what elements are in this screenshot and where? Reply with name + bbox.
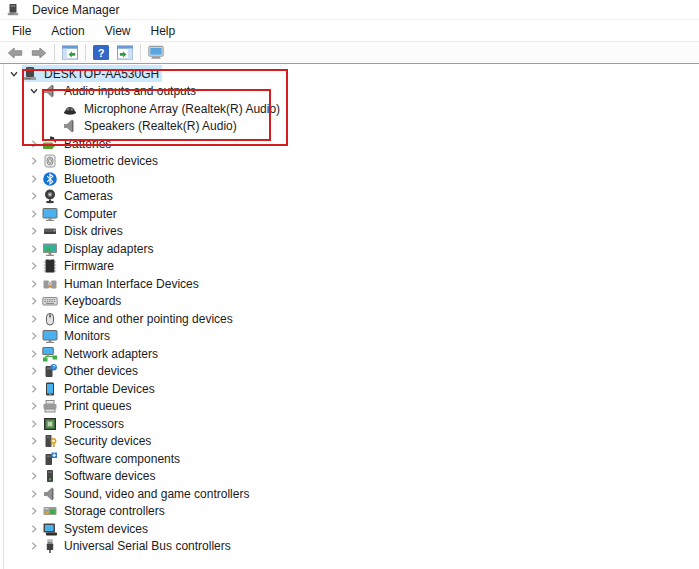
tree-item-body: Audio inputs and outputs (42, 83, 199, 100)
chevron-right-icon[interactable] (26, 363, 42, 379)
tree-item-body: Software components (42, 450, 183, 467)
tree-item-speakers-realtek-r-audio[interactable]: Speakers (Realtek(R) Audio) (0, 118, 699, 136)
tree-item-other-devices[interactable]: ?Other devices (0, 363, 699, 381)
forward-button[interactable] (27, 43, 51, 62)
menu-item-file[interactable]: File (2, 21, 41, 41)
tree-item-display-adapters[interactable]: Display adapters (0, 240, 699, 258)
chevron-right-icon[interactable] (26, 311, 42, 327)
remote-computer-icon (148, 45, 164, 61)
tree-item-security-devices[interactable]: Security devices (0, 433, 699, 451)
tree-item-body: Software devices (42, 468, 158, 485)
computer-button[interactable] (144, 43, 168, 62)
tree-item-label: Human Interface Devices (63, 277, 199, 291)
tree-item-disk-drives[interactable]: Disk drives (0, 223, 699, 241)
tree-item-desktop-aa530gh[interactable]: DESKTOP-AA530GH (0, 65, 699, 83)
processor-icon (42, 416, 58, 432)
device-tree: DESKTOP-AA530GHAudio inputs and outputsM… (0, 65, 699, 555)
chevron-right-icon[interactable] (26, 451, 42, 467)
chevron-right-icon[interactable] (26, 206, 42, 222)
chevron-right-icon[interactable] (26, 468, 42, 484)
tree-item-label: Batteries (63, 137, 111, 151)
chevron-right-icon[interactable] (26, 223, 42, 239)
speaker-icon (42, 83, 58, 99)
chevron-right-icon[interactable] (26, 346, 42, 362)
tree-item-batteries[interactable]: Batteries (0, 135, 699, 153)
chevron-right-icon[interactable] (26, 328, 42, 344)
tree-item-label: Cameras (63, 189, 113, 203)
chevron-right-icon[interactable] (26, 188, 42, 204)
software-device-icon (42, 468, 58, 484)
monitor-icon (42, 328, 58, 344)
tree-item-human-interface-devices[interactable]: Human Interface Devices (0, 275, 699, 293)
chevron-right-icon[interactable] (26, 153, 42, 169)
tree-item-audio-inputs-and-outputs[interactable]: Audio inputs and outputs (0, 83, 699, 101)
tree-item-storage-controllers[interactable]: Storage controllers (0, 503, 699, 521)
tree-item-label: DESKTOP-AA530GH (43, 67, 159, 81)
chevron-down-icon[interactable] (26, 83, 42, 99)
chevron-right-icon[interactable] (26, 276, 42, 292)
action-pane-icon (117, 45, 133, 61)
menu-item-help[interactable]: Help (141, 21, 186, 41)
expander-spacer (46, 118, 62, 134)
show-action-pane-button[interactable] (113, 43, 137, 62)
tree-item-body: Display adapters (42, 240, 156, 257)
tree-item-universal-serial-bus-controllers[interactable]: Universal Serial Bus controllers (0, 538, 699, 556)
tree-item-label: Network adapters (63, 347, 158, 361)
chevron-right-icon[interactable] (26, 433, 42, 449)
device-manager-icon (5, 2, 21, 18)
chevron-right-icon[interactable] (26, 171, 42, 187)
mouse-icon (42, 311, 58, 327)
tree-item-processors[interactable]: Processors (0, 415, 699, 433)
tree-item-cameras[interactable]: Cameras (0, 188, 699, 206)
tree-item-keyboards[interactable]: Keyboards (0, 293, 699, 311)
chevron-right-icon[interactable] (26, 293, 42, 309)
chevron-right-icon[interactable] (26, 538, 42, 554)
arrow-right-icon (31, 45, 47, 61)
content-area: DESKTOP-AA530GHAudio inputs and outputsM… (0, 64, 699, 569)
chevron-right-icon[interactable] (26, 486, 42, 502)
chevron-down-icon[interactable] (6, 66, 22, 82)
tree-item-portable-devices[interactable]: Portable Devices (0, 380, 699, 398)
help-button[interactable]: ? (89, 43, 113, 62)
menu-item-view[interactable]: View (95, 21, 141, 41)
printer-icon (42, 398, 58, 414)
tree-item-label: Software components (63, 452, 180, 466)
back-button[interactable] (3, 43, 27, 62)
toolbar-separator (54, 44, 55, 61)
tree-item-system-devices[interactable]: System devices (0, 520, 699, 538)
tree-item-body: Microphone Array (Realtek(R) Audio) (62, 100, 283, 117)
tree-item-label: Other devices (63, 364, 138, 378)
svg-text:?: ? (98, 47, 105, 59)
tree-item-software-components[interactable]: Software components (0, 450, 699, 468)
tree-item-body: Speakers (Realtek(R) Audio) (62, 118, 240, 135)
tree-item-biometric-devices[interactable]: Biometric devices (0, 153, 699, 171)
chevron-right-icon[interactable] (26, 136, 42, 152)
tree-item-computer[interactable]: Computer (0, 205, 699, 223)
chevron-right-icon[interactable] (26, 416, 42, 432)
tree-item-bluetooth[interactable]: Bluetooth (0, 170, 699, 188)
tree-item-label: Audio inputs and outputs (63, 84, 196, 98)
tree-item-software-devices[interactable]: Software devices (0, 468, 699, 486)
tree-item-mice-and-other-pointing-devices[interactable]: Mice and other pointing devices (0, 310, 699, 328)
menu-item-action[interactable]: Action (41, 21, 94, 41)
chevron-right-icon[interactable] (26, 241, 42, 257)
storage-controller-icon (42, 503, 58, 519)
tree-item-body: Processors (42, 415, 127, 432)
tree-item-label: Firmware (63, 259, 114, 273)
tree-item-label: Computer (63, 207, 117, 221)
tree-item-monitors[interactable]: Monitors (0, 328, 699, 346)
camera-icon (42, 188, 58, 204)
tree-item-firmware[interactable]: Firmware (0, 258, 699, 276)
tree-item-print-queues[interactable]: Print queues (0, 398, 699, 416)
chevron-right-icon[interactable] (26, 381, 42, 397)
tree-item-microphone-array-realtek-r-audio[interactable]: Microphone Array (Realtek(R) Audio) (0, 100, 699, 118)
chevron-right-icon[interactable] (26, 503, 42, 519)
chevron-right-icon[interactable] (26, 258, 42, 274)
chevron-right-icon[interactable] (26, 521, 42, 537)
show-console-tree-button[interactable] (58, 43, 82, 62)
chevron-right-icon[interactable] (26, 398, 42, 414)
tree-item-body: Network adapters (42, 345, 161, 362)
tree-item-label: Universal Serial Bus controllers (63, 539, 231, 553)
tree-item-sound-video-and-game-controllers[interactable]: Sound, video and game controllers (0, 485, 699, 503)
tree-item-network-adapters[interactable]: Network adapters (0, 345, 699, 363)
